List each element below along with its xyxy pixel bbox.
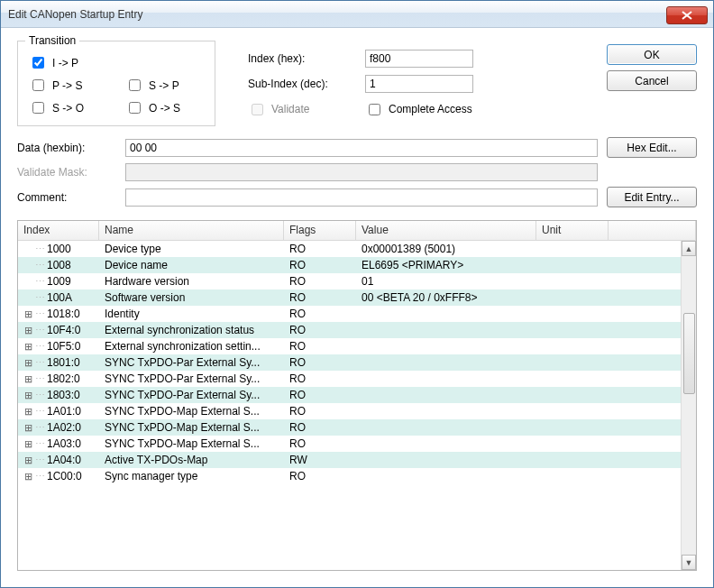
subindex-input[interactable]	[365, 75, 473, 93]
col-flags[interactable]: Flags	[284, 221, 356, 240]
comment-input[interactable]	[125, 188, 598, 207]
table-row[interactable]: ⊞⋯10F5:0External synchronization settin.…	[18, 338, 681, 354]
table-row[interactable]: ⊞⋯1A01:0SYNC TxPDO-Map External S...RO	[18, 403, 681, 419]
table-header: Index Name Flags Value Unit	[18, 221, 696, 241]
table-body: ⋯1000Device typeRO0x00001389 (5001)⋯1008…	[18, 241, 681, 570]
index-fields: Index (hex): Sub-Index (dec): Validate C…	[226, 41, 596, 126]
table-row[interactable]: ⊞⋯1801:0SYNC TxPDO-Par External Sy...RO	[18, 354, 681, 371]
checkbox-o-s[interactable]	[129, 102, 141, 114]
comment-label: Comment:	[17, 191, 116, 204]
dialog-buttons: OK Cancel	[607, 41, 697, 126]
validate-checkbox	[252, 104, 263, 115]
titlebar: Edit CANopen Startup Entry	[1, 1, 713, 28]
checkbox-s-p[interactable]	[129, 79, 141, 91]
table-row[interactable]: ⊞⋯1C00:0Sync manager typeRO	[18, 468, 681, 484]
expand-icon[interactable]: ⊞	[23, 423, 33, 433]
scroll-down-icon[interactable]: ▼	[682, 555, 696, 570]
table-row[interactable]: ⊞⋯1A03:0SYNC TxPDO-Map External S...RO	[18, 436, 681, 452]
hex-edit-button[interactable]: Hex Edit...	[607, 137, 697, 158]
expand-icon[interactable]: ⊞	[23, 439, 33, 449]
subindex-label: Sub-Index (dec):	[248, 78, 365, 90]
expand-icon[interactable]: ⊞	[23, 472, 33, 482]
table-row[interactable]: ⊞⋯1A04:0Active TX-PDOs-MapRW	[18, 452, 681, 468]
table-row[interactable]: ⊞⋯1018:0IdentityRO	[18, 306, 681, 322]
close-icon	[682, 11, 692, 20]
col-spacer	[609, 221, 696, 240]
object-table: Index Name Flags Value Unit ⋯1000Device …	[17, 220, 697, 571]
transition-s-p[interactable]: S -> P	[125, 77, 204, 94]
expand-icon[interactable]: ⊞	[23, 390, 33, 400]
checkbox-p-s[interactable]	[32, 79, 44, 91]
expand-icon[interactable]: ⊞	[23, 309, 33, 319]
transition-o-s[interactable]: O -> S	[125, 99, 204, 116]
table-row[interactable]: ⋯1009Hardware versionRO01	[18, 273, 681, 289]
expand-icon[interactable]: ⊞	[23, 342, 33, 352]
transition-fieldset: Transition I -> P P -> S S -> P S -> O O…	[17, 41, 215, 126]
transition-s-o[interactable]: S -> O	[29, 99, 107, 116]
table-row[interactable]: ⊞⋯1802:0SYNC TxPDO-Par External Sy...RO	[18, 371, 681, 387]
scroll-up-icon[interactable]: ▲	[682, 241, 696, 256]
mask-label: Validate Mask:	[17, 166, 116, 179]
table-row[interactable]: ⋯1000Device typeRO0x00001389 (5001)	[18, 241, 681, 257]
data-input[interactable]	[125, 139, 598, 157]
scrollbar-vertical[interactable]: ▲ ▼	[681, 241, 696, 570]
transition-i-p[interactable]: I -> P	[29, 54, 107, 71]
complete-access-checkbox[interactable]	[369, 104, 380, 115]
col-unit[interactable]: Unit	[536, 221, 609, 240]
ok-button[interactable]: OK	[607, 44, 697, 65]
col-index[interactable]: Index	[18, 221, 99, 240]
table-row[interactable]: ⋯100ASoftware versionRO00 <BETA 20 / 0xF…	[18, 289, 681, 306]
validate-checkbox-wrap: Validate	[248, 101, 365, 118]
table-row[interactable]: ⋯1008Device nameROEL6695 <PRIMARY>	[18, 257, 681, 273]
expand-icon[interactable]: ⊞	[23, 374, 33, 384]
data-label: Data (hexbin):	[17, 142, 116, 154]
window-title: Edit CANopen Startup Entry	[8, 8, 666, 21]
cancel-button[interactable]: Cancel	[607, 70, 697, 91]
checkbox-i-p[interactable]	[32, 57, 44, 69]
expand-icon[interactable]: ⊞	[23, 407, 33, 417]
expand-icon[interactable]: ⊞	[23, 358, 33, 368]
col-value[interactable]: Value	[356, 221, 536, 240]
checkbox-s-o[interactable]	[32, 102, 44, 114]
edit-entry-button[interactable]: Edit Entry...	[607, 187, 697, 207]
close-button[interactable]	[666, 6, 708, 24]
mask-input	[125, 163, 598, 181]
expand-icon[interactable]: ⊞	[23, 326, 33, 335]
table-row[interactable]: ⊞⋯1803:0SYNC TxPDO-Par External Sy...RO	[18, 387, 681, 403]
complete-access-wrap[interactable]: Complete Access	[365, 101, 482, 118]
data-section: Data (hexbin): Hex Edit... Validate Mask…	[17, 137, 697, 207]
col-name[interactable]: Name	[99, 221, 284, 240]
dialog-body: Transition I -> P P -> S S -> P S -> O O…	[1, 28, 713, 587]
transition-p-s[interactable]: P -> S	[29, 77, 107, 94]
scroll-thumb[interactable]	[683, 313, 695, 394]
index-label: Index (hex):	[248, 52, 365, 65]
expand-icon[interactable]: ⊞	[23, 455, 33, 465]
top-row: Transition I -> P P -> S S -> P S -> O O…	[17, 41, 697, 126]
table-row[interactable]: ⊞⋯10F4:0External synchronization statusR…	[18, 322, 681, 338]
dialog-window: Edit CANopen Startup Entry Transition I …	[0, 0, 714, 588]
index-input[interactable]	[365, 50, 473, 68]
table-row[interactable]: ⊞⋯1A02:0SYNC TxPDO-Map External S...RO	[18, 419, 681, 436]
transition-legend: Transition	[25, 34, 79, 47]
